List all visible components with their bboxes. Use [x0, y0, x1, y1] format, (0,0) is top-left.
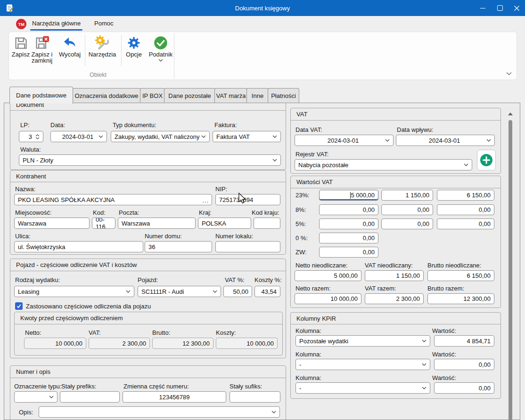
vat-8-netto-input[interactable]: 0,00 — [319, 204, 378, 215]
rejestr-vat-select[interactable]: Nabycia pozostałe — [295, 159, 472, 170]
chevron-down-icon — [422, 339, 427, 342]
waluta-select[interactable]: PLN - Złoty — [19, 154, 281, 166]
netto-nieodliczane-input[interactable]: 5 000,00 — [295, 270, 361, 281]
kolumna-label: Kolumna: — [295, 351, 321, 358]
maximize-icon — [497, 5, 503, 11]
tab-ip-box[interactable]: IP BOX — [140, 88, 165, 103]
tools-button[interactable]: Narzędzia — [87, 35, 117, 70]
undo-button[interactable]: Wycofaj — [56, 35, 83, 70]
kraj-input[interactable]: POLSKA — [198, 218, 251, 229]
kod-kraju-input[interactable] — [254, 218, 280, 229]
app-menu-logo[interactable]: TM — [16, 19, 26, 29]
tab-platnosci[interactable]: Płatności — [268, 88, 299, 103]
vat-procent-input[interactable]: 50,00 — [223, 286, 252, 297]
staly-sufiks-input[interactable] — [230, 391, 280, 403]
options-button[interactable]: Opcje — [122, 35, 146, 70]
options-gear-icon — [127, 35, 141, 51]
brutto-readonly-field: 12 300,00 — [152, 338, 213, 349]
menu-item-narzedzia-glowne[interactable]: Narzędzia główne — [31, 20, 82, 27]
scrollbar-thumb[interactable] — [509, 120, 512, 420]
divider — [291, 188, 500, 188]
ribbon-collapse-button[interactable] — [506, 70, 512, 77]
kolumna-select-2[interactable]: - — [295, 359, 430, 370]
brutto-nieodliczane-input[interactable]: 6 150,00 — [427, 270, 494, 281]
check-icon — [16, 303, 22, 309]
maximize-button[interactable] — [492, 0, 509, 16]
zmienna-czesc-input[interactable]: 123456789 — [123, 391, 226, 403]
vat-23-brutto-input[interactable]: 6 150,00 — [437, 190, 494, 201]
tab-dane-podstawowe[interactable]: Dane podstawowe — [9, 87, 73, 104]
wartosc-input-3[interactable]: 0,00 — [434, 382, 494, 394]
staly-prefiks-input[interactable] — [60, 391, 120, 403]
numer-lokalu-input[interactable] — [215, 241, 280, 252]
save-and-close-button[interactable]: Zapisz i zamknij — [29, 35, 55, 70]
vat-23-vat-input[interactable]: 1 150,00 — [381, 190, 433, 201]
close-button[interactable] — [508, 0, 525, 16]
faktura-select[interactable]: Faktura VAT — [213, 131, 281, 142]
numer-domu-input[interactable]: 36 — [145, 241, 212, 252]
chevron-down-icon — [464, 163, 468, 166]
kod-label: Kod: — [93, 209, 106, 216]
chevron-down-icon — [98, 135, 103, 138]
wartosc-input-1[interactable]: 4 854,71 — [434, 335, 494, 347]
rodzaj-wydatku-select[interactable]: Leasing — [14, 286, 134, 297]
tab-vat-marza[interactable]: VAT marża — [214, 88, 247, 103]
tab-dane-pozostale[interactable]: Dane pozostałe — [164, 88, 215, 103]
data-vat-select[interactable]: 2024-03-01 — [295, 135, 394, 146]
vat-23-netto-input[interactable]: 5 000,00 — [319, 190, 378, 201]
data-wplywu-label: Data wpływu: — [397, 126, 433, 133]
typ-dokumentu-select[interactable]: Zakupy, wydatki, VAT naliczony — [111, 131, 210, 142]
app-icon — [6, 4, 14, 14]
browse-button[interactable]: ... — [202, 197, 209, 204]
czesciowe-odliczenia-checkbox[interactable] — [15, 302, 23, 310]
tab-inne[interactable]: Inne — [246, 88, 269, 103]
menu-item-pomoc[interactable]: Pomoc — [93, 20, 114, 27]
vat-5-netto-input[interactable]: 0,00 — [319, 218, 378, 229]
kod-kraju-label: Kod kraju: — [252, 209, 279, 216]
scroll-up-icon[interactable] — [508, 110, 513, 117]
kolumna-select-3[interactable]: - — [295, 382, 430, 394]
vat-8-vat-input[interactable]: 0,00 — [381, 204, 433, 215]
ulica-input[interactable]: ul. Świętokrzyska — [14, 241, 143, 252]
vat-zw-netto-input[interactable]: 0,00 — [319, 247, 378, 258]
pojazd-label: Pojazd: — [138, 276, 158, 283]
kod-input[interactable]: 00-116 — [92, 218, 115, 229]
kolumna-select-1[interactable]: Pozostałe wydatki — [295, 335, 430, 347]
chevron-down-icon — [506, 72, 512, 75]
miejscowosc-input[interactable]: Warszawa — [14, 218, 90, 229]
vat-5-vat-input[interactable]: 0,00 — [381, 218, 433, 229]
group-title: Numer i opis — [16, 368, 50, 375]
nazwa-label: Nazwa: — [15, 186, 35, 193]
nip-input[interactable]: 7251735694 — [215, 194, 280, 205]
vat-nieodliczany-input[interactable]: 1 150,00 — [365, 270, 424, 281]
koszty-procent-input[interactable]: 43,54 — [254, 286, 280, 297]
chevron-down-icon — [272, 159, 277, 162]
faktura-label: Faktura: — [214, 121, 237, 129]
vat-5-brutto-input[interactable]: 0,00 — [437, 218, 494, 229]
data-wplywu-select[interactable]: 2024-03-01 — [396, 135, 495, 146]
lp-spinner[interactable]: 3 — [19, 131, 43, 142]
pojazd-select[interactable]: SC1111R - Audi — [138, 286, 221, 297]
wartosc-input-2[interactable]: 0,00 — [434, 359, 494, 370]
minimize-button[interactable] — [474, 0, 491, 16]
netto-razem-input[interactable]: 10 000,00 — [295, 293, 361, 304]
nazwa-input[interactable]: PKO LEASING SPÓŁKA AKCYJNA ... — [14, 194, 212, 205]
poczta-input[interactable]: Warszawa — [118, 218, 196, 229]
czesciowe-odliczenia-checkbox-label: Zastosowano częściowe odliczenia dla poj… — [26, 303, 151, 310]
ribbon-separator — [85, 35, 85, 66]
add-rejestr-button[interactable] — [477, 150, 496, 170]
oznaczenie-typu-select[interactable] — [14, 391, 57, 403]
vat-8-brutto-input[interactable]: 0,00 — [437, 204, 494, 215]
tab-oznaczenia-dodatkowe[interactable]: Oznaczenia dodatkowe — [72, 88, 141, 103]
taxpayer-button[interactable]: Podatnik — [147, 35, 175, 70]
vat-razem-input[interactable]: 2 300,00 — [365, 293, 424, 304]
chevron-down-icon — [271, 411, 276, 413]
data-select[interactable]: 2024-03-01 — [50, 131, 107, 142]
opis-select[interactable] — [39, 406, 280, 418]
brutto-razem-input[interactable]: 12 300,00 — [427, 293, 494, 304]
nip-label: NIP: — [215, 186, 227, 193]
chevron-down-icon — [486, 139, 491, 142]
vertical-scrollbar[interactable] — [505, 103, 516, 420]
vat-0-netto-input[interactable]: 0,00 — [319, 233, 378, 243]
ribbon-group-label: Obiekt — [9, 72, 187, 78]
